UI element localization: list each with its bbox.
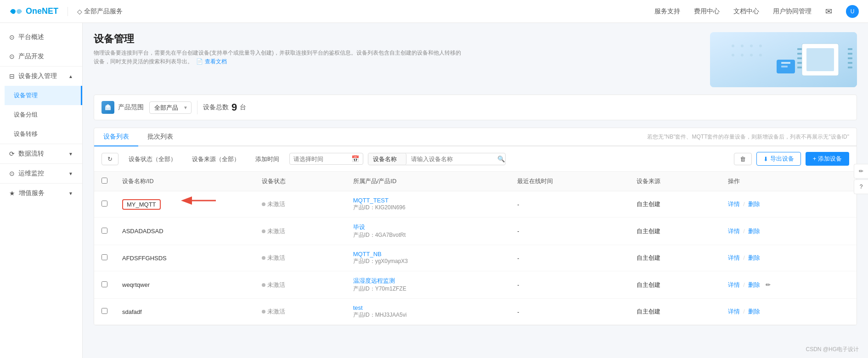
- detail-link-1[interactable]: 详情: [728, 201, 740, 207]
- search-input[interactable]: [406, 153, 493, 165]
- floating-help-btn[interactable]: ?: [854, 179, 868, 194]
- device-name-cell-3: AFDSFFGHSDS: [115, 245, 254, 271]
- table-area: 设备列表 批次列表 若您无"NB"套件、MQTT套件的存量设备，则新增设备后，列…: [94, 128, 857, 325]
- device-online-cell-2: -: [510, 218, 629, 245]
- search-wrapper: 设备名称 🔍: [368, 153, 506, 165]
- product-name-5[interactable]: test: [353, 304, 503, 311]
- status-badge-3: 未激活: [262, 254, 285, 262]
- device-online-cell-3: -: [510, 245, 629, 271]
- svg-rect-11: [848, 62, 852, 64]
- banner-svg: [710, 32, 857, 87]
- logo[interactable]: OneNET: [9, 6, 58, 16]
- row-checkbox-2: [94, 218, 115, 245]
- table-row: AFDSFFGHSDS 未激活 MQTT_NB 产品ID：ygX0ymapX3 …: [94, 245, 857, 271]
- detail-link-4[interactable]: 详情: [728, 281, 740, 288]
- action-divider-2: /: [743, 228, 745, 235]
- device-status-cell-4: 未激活: [254, 271, 345, 299]
- filter-bar: 产品范围 全部产品 ▼ 设备总数 9 台: [94, 95, 857, 120]
- device-online-cell-5: -: [510, 299, 629, 325]
- all-products-link[interactable]: ◇ 全部产品服务: [77, 7, 123, 16]
- nav-divider: [68, 7, 68, 16]
- scope-select-wrapper: 全部产品 ▼: [149, 101, 192, 114]
- detail-link-5[interactable]: 详情: [728, 308, 740, 315]
- row-select-checkbox-1[interactable]: [101, 201, 107, 207]
- device-product-cell-3: MQTT_NB 产品ID：ygX0ymapX3: [346, 245, 510, 271]
- product-name-2[interactable]: 毕设: [353, 223, 503, 231]
- product-name-1[interactable]: MQTT_TEST: [353, 197, 503, 204]
- product-id-4: 产品ID：Y70m1ZFZE: [353, 285, 503, 293]
- row-select-checkbox-4[interactable]: [101, 281, 107, 287]
- doc-link[interactable]: 📄 查看文档: [196, 58, 226, 65]
- user-manage-link[interactable]: 用户协同管理: [773, 7, 812, 16]
- source-filter[interactable]: 设备来源（全部） 自主创建: [186, 153, 245, 165]
- sidebar: ⊙ 平台概述 ⊙ 产品开发 ⊟ 设备接入管理 ▲ 设备管理 设备分组: [0, 23, 83, 358]
- row-select-checkbox-5[interactable]: [101, 308, 107, 314]
- sidebar-item-platform-overview[interactable]: ⊙ 平台概述: [0, 28, 82, 47]
- sidebar-group-device-access-title[interactable]: ⊟ 设备接入管理 ▲: [0, 67, 82, 86]
- product-scope: 产品范围: [101, 101, 144, 114]
- billing-link[interactable]: 费用中心: [694, 7, 720, 16]
- device-online-cell-4: -: [510, 271, 629, 299]
- add-device-button[interactable]: + 添加设备: [806, 152, 849, 166]
- sidebar-item-device-management[interactable]: 设备管理: [5, 86, 82, 105]
- date-input[interactable]: [293, 156, 349, 162]
- floating-feedback-btn[interactable]: ✏: [854, 164, 868, 179]
- sidebar-group-ops-monitor-title[interactable]: ⊙ 运维监控 ▼: [0, 164, 82, 183]
- docs-link[interactable]: 文档中心: [733, 7, 759, 16]
- action-divider-3: /: [743, 254, 745, 261]
- support-link[interactable]: 服务支持: [654, 7, 680, 16]
- device-unit: 台: [240, 103, 246, 112]
- sidebar-item-device-transfer[interactable]: 设备转移: [5, 124, 82, 144]
- watermark: CSDN @HG电子设计: [806, 346, 859, 353]
- avatar[interactable]: U: [846, 5, 859, 18]
- search-type-select[interactable]: 设备名称: [368, 153, 406, 165]
- tab-device-list[interactable]: 设备列表: [94, 128, 138, 146]
- sidebar-item-device-group[interactable]: 设备分组: [5, 105, 82, 124]
- row-select-checkbox-2[interactable]: [101, 228, 107, 234]
- device-source-cell-3: 自主创建: [629, 245, 720, 271]
- select-all-checkbox[interactable]: [101, 178, 107, 184]
- action-divider-1: /: [743, 201, 745, 207]
- diamond-icon: ◇: [77, 8, 82, 15]
- table-toolbar: ↻ 设备状态（全部） 激活 未激活 设备来源（全部） 自主创建: [94, 146, 857, 172]
- sidebar-group-data-flow-title[interactable]: ⟳ 数据流转 ▼: [0, 144, 82, 163]
- device-status-cell-5: 未激活: [254, 299, 345, 325]
- delete-link-5[interactable]: 删除: [748, 308, 760, 315]
- top-navigation: OneNET ◇ 全部产品服务 服务支持 费用中心 文档中心 用户协同管理 ✉ …: [0, 0, 868, 23]
- search-button[interactable]: 🔍: [493, 153, 506, 165]
- svg-rect-7: [797, 67, 802, 68]
- sidebar-group-value-added-title[interactable]: ★ 增值服务 ▼: [0, 184, 82, 203]
- device-product-cell-2: 毕设 产品ID：4GA7BvotRt: [346, 218, 510, 245]
- row-select-checkbox-3[interactable]: [101, 254, 107, 260]
- nav-right: 服务支持 费用中心 文档中心 用户协同管理 ✉ U: [654, 5, 859, 18]
- detail-link-2[interactable]: 详情: [728, 228, 740, 235]
- date-picker[interactable]: 📅: [289, 153, 363, 165]
- th-product: 所属产品/产品ID: [346, 172, 510, 191]
- scope-select[interactable]: 全部产品: [149, 101, 192, 114]
- delete-link-2[interactable]: 删除: [748, 228, 760, 235]
- svg-rect-6: [797, 62, 802, 64]
- table-row: sdafadf 未激活 test 产品ID：MHJ3JAA5vi -: [94, 299, 857, 325]
- tab-batch-list[interactable]: 批次列表: [138, 128, 182, 146]
- svg-rect-14: [781, 62, 790, 64]
- delete-button[interactable]: 🗑: [734, 153, 752, 165]
- delete-link-1[interactable]: 删除: [748, 201, 760, 207]
- product-name-3[interactable]: MQTT_NB: [353, 251, 503, 257]
- status-filter[interactable]: 设备状态（全部） 激活 未激活: [123, 153, 182, 165]
- cube-icon: [104, 104, 112, 111]
- device-actions-cell-4: 详情 / 删除 ✏: [721, 271, 857, 299]
- search-icon: 🔍: [497, 156, 505, 162]
- delete-link-4[interactable]: 删除: [748, 281, 760, 288]
- device-source-cell-4: 自主创建: [629, 271, 720, 299]
- sidebar-item-product-dev[interactable]: ⊙ 产品开发: [0, 47, 82, 66]
- delete-link-3[interactable]: 删除: [748, 254, 760, 261]
- edit-icon-4[interactable]: ✏: [766, 281, 771, 288]
- mail-icon[interactable]: ✉: [825, 6, 832, 17]
- time-filter[interactable]: 添加时间: [250, 153, 285, 165]
- main-content: 设备管理 物理设备要连接到平台，需要先在平台创建设备(支持单个或批量导入创建)，…: [83, 23, 868, 358]
- detail-link-3[interactable]: 详情: [728, 254, 740, 261]
- product-name-4[interactable]: 温湿度远程监测: [353, 277, 503, 285]
- device-online-cell-1: -: [510, 191, 629, 218]
- export-button[interactable]: ⬇ 导出设备: [756, 152, 801, 166]
- refresh-btn[interactable]: ↻: [101, 153, 118, 165]
